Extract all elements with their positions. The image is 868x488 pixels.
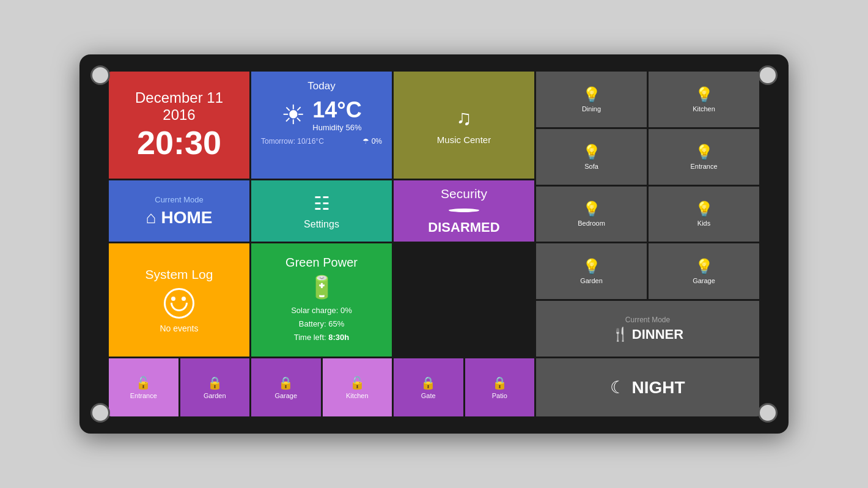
date-text: December 11 (135, 89, 223, 106)
lock-label: Gate (421, 392, 436, 399)
settings-tile[interactable]: ☷ Settings (251, 180, 392, 242)
night-mode-tile[interactable]: ☾ NIGHT (536, 358, 759, 416)
security-tile[interactable]: Security DISARMED (394, 180, 534, 242)
lock-garden-tile[interactable]: 🔒 Garden (180, 358, 250, 416)
light-label: Entrance (690, 163, 717, 170)
light-kitchen-tile[interactable]: 💡 Kitchen (649, 72, 759, 127)
bottom-locks-row: 🔓 Entrance🔒 Garden🔒 Garage🔓 Kitchen🔒 Gat… (109, 358, 534, 416)
syslog-title: System Log (145, 267, 213, 282)
light-entrance-tile[interactable]: 💡 Entrance (649, 129, 759, 185)
lock-entrance-tile[interactable]: 🔓 Entrance (109, 358, 178, 416)
light-sofa-tile[interactable]: 💡 Sofa (536, 129, 647, 185)
mode-home-tile[interactable]: Current Mode ⌂ HOME (109, 180, 249, 242)
light-label: Bedroom (578, 220, 605, 227)
lock-label: Kitchen (346, 392, 369, 399)
lock-icon: 🔒 (207, 375, 223, 390)
tomorrow: Tomorrow: 10/16°C (261, 137, 324, 146)
dinner-mode-tile[interactable]: Current Mode 🍴 DINNER (536, 301, 759, 357)
precip: ☂ 0% (362, 137, 382, 146)
night-value: NIGHT (631, 378, 685, 397)
today-label: Today (307, 80, 335, 92)
music-icon: ♫ (456, 106, 472, 130)
bulb-icon: 💡 (695, 144, 713, 161)
bulb-icon: 💡 (695, 201, 713, 218)
lock-icon: 🔒 (421, 375, 436, 390)
battery-icon: 🔋 (308, 275, 336, 300)
light-label: Dining (582, 105, 601, 113)
light-kids-tile[interactable]: 💡 Kids (649, 187, 759, 242)
bulb-icon: 💡 (583, 144, 601, 161)
syslog-status: No events (160, 323, 198, 333)
bulb-icon: 💡 (583, 258, 601, 275)
sun-icon: ☀ (281, 99, 305, 130)
dinner-value: DINNER (632, 327, 683, 342)
lock-patio-tile[interactable]: 🔒 Patio (465, 358, 535, 416)
lock-icon: 🔒 (492, 375, 507, 390)
humidity: Humidity 56% (312, 123, 361, 132)
time-text: 20:30 (137, 124, 221, 161)
temp: 14°C (312, 97, 361, 123)
weather-tile[interactable]: Today ☀ 14°C Humidity 56% Tomorrow: 10/1… (251, 72, 392, 179)
lock-label: Garden (204, 392, 226, 399)
weather-main: ☀ 14°C Humidity 56% (281, 97, 361, 132)
light-garden-tile[interactable]: 💡 Garden (536, 243, 647, 299)
lock-icon: 🔓 (136, 375, 151, 390)
greenpower-tile[interactable]: Green Power 🔋 Solar charge: 0%Battery: 6… (251, 243, 392, 357)
lock-label: Entrance (130, 392, 157, 399)
lock-label: Patio (492, 392, 507, 399)
smiley-icon (164, 288, 194, 319)
mode-value: HOME (161, 208, 212, 227)
home-icon: ⌂ (146, 208, 156, 227)
device-frame: December 11 2016 20:30 Today ☀ 14°C Humi… (79, 54, 789, 434)
music-label: Music Center (437, 135, 491, 145)
light-label: Kitchen (693, 105, 715, 113)
mount-hole-tr (758, 65, 778, 85)
lock-icon: 🔒 (278, 375, 293, 390)
date-time-tile[interactable]: December 11 2016 20:30 (109, 72, 249, 179)
light-bedroom-tile[interactable]: 💡 Bedroom (536, 187, 647, 242)
mode-sub-label: Current Mode (155, 195, 203, 204)
mount-hole-bl (90, 403, 110, 423)
settings-icon: ☷ (314, 193, 330, 214)
dinner-main: 🍴 DINNER (612, 327, 683, 342)
right-panel: 💡 Dining💡 Kitchen💡 Sofa💡 Entrance💡 Bedro… (536, 72, 759, 416)
bulb-icon: 💡 (695, 258, 713, 275)
light-garage-tile[interactable]: 💡 Garage (649, 243, 759, 299)
security-circle-icon (449, 209, 479, 212)
light-label: Sofa (584, 163, 598, 170)
weather-footer: Tomorrow: 10/16°C ☂ 0% (261, 137, 382, 146)
dinner-sub-label: Current Mode (625, 316, 670, 324)
bulb-icon: 💡 (695, 86, 713, 103)
temp-info: 14°C Humidity 56% (312, 97, 361, 132)
light-label: Garden (580, 277, 603, 284)
gp-title: Green Power (285, 256, 358, 270)
lock-icon: 🔓 (350, 375, 365, 390)
lock-garage-tile[interactable]: 🔒 Garage (251, 358, 321, 416)
mount-hole-br (758, 403, 778, 423)
lock-kitchen-tile[interactable]: 🔓 Kitchen (323, 358, 392, 416)
moon-icon: ☾ (610, 377, 625, 397)
fork-knife-icon: 🍴 (612, 327, 628, 342)
lock-gate-tile[interactable]: 🔒 Gate (394, 358, 463, 416)
syslog-tile[interactable]: System Log No events (109, 243, 249, 357)
settings-label: Settings (304, 219, 339, 230)
security-status: DISARMED (428, 220, 499, 235)
mount-hole-tl (90, 65, 110, 85)
gp-info: Solar charge: 0%Battery: 65%Time left: 8… (291, 304, 352, 344)
light-label: Garage (693, 277, 715, 284)
music-center-tile[interactable]: ♫ Music Center (394, 72, 534, 179)
bulb-icon: 💡 (583, 86, 601, 103)
light-dining-tile[interactable]: 💡 Dining (536, 72, 647, 127)
light-label: Kids (697, 220, 710, 227)
bulb-icon: 💡 (583, 201, 601, 218)
security-title: Security (441, 187, 487, 201)
year-text: 2016 (163, 106, 195, 124)
mode-main: ⌂ HOME (146, 208, 213, 227)
lock-label: Garage (274, 392, 297, 399)
